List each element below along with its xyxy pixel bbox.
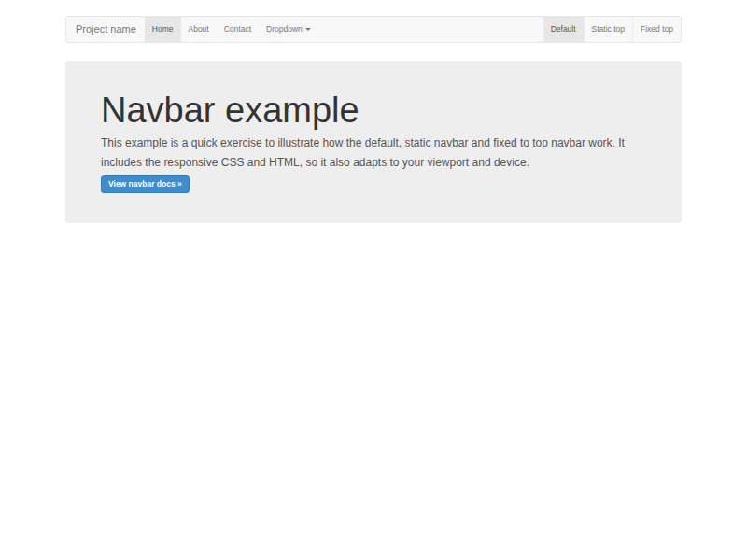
nav-item-home: Home — [145, 17, 181, 42]
nav-link-dropdown[interactable]: Dropdown — [259, 17, 318, 42]
page-description: This example is a quick exercise to illu… — [101, 133, 646, 173]
nav-item-contact: Contact — [217, 17, 259, 42]
navbar: Project name Home About Contact Dropdown… — [65, 16, 682, 43]
nav-item-about: About — [181, 17, 217, 42]
nav-link-about[interactable]: About — [181, 17, 217, 42]
page-container: Project name Home About Contact Dropdown… — [65, 16, 682, 223]
caret-down-icon — [305, 28, 311, 31]
nav-item-default: Default — [543, 17, 584, 42]
view-navbar-docs-button[interactable]: View navbar docs » — [101, 175, 190, 193]
navbar-left-nav: Home About Contact Dropdown — [145, 17, 318, 42]
nav-link-contact[interactable]: Contact — [217, 17, 259, 42]
nav-item-dropdown: Dropdown — [259, 17, 318, 42]
nav-link-home[interactable]: Home — [145, 17, 181, 42]
nav-item-fixed-top: Fixed top — [632, 17, 681, 42]
jumbotron: Navbar example This example is a quick e… — [65, 61, 682, 223]
navbar-brand[interactable]: Project name — [66, 17, 145, 42]
nav-item-static-top: Static top — [584, 17, 632, 42]
nav-link-default[interactable]: Default — [543, 17, 584, 42]
dropdown-label: Dropdown — [266, 24, 303, 34]
navbar-right-nav: Default Static top Fixed top — [543, 17, 681, 42]
nav-link-static-top[interactable]: Static top — [585, 17, 632, 42]
page-title: Navbar example — [101, 91, 646, 130]
nav-link-fixed-top[interactable]: Fixed top — [633, 17, 681, 42]
